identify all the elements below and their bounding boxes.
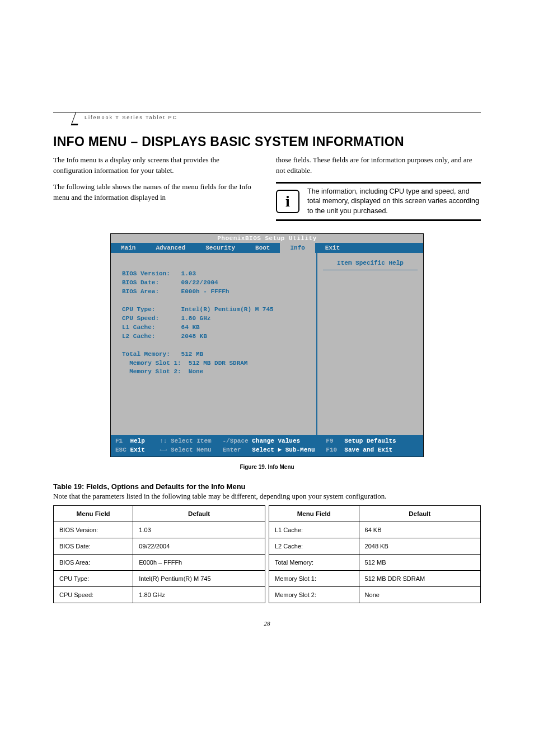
col-default: Default bbox=[133, 505, 265, 522]
header-rule: LifeBook T Series Tablet PC bbox=[53, 112, 481, 123]
col-menu-field: Menu Field bbox=[54, 505, 133, 522]
cell-default: 1.03 bbox=[133, 522, 265, 538]
note-box: i The information, including CPU type an… bbox=[276, 182, 481, 222]
cell-default: 64 KB bbox=[359, 522, 480, 538]
bios-help-panel: Item Specific Help bbox=[317, 253, 423, 435]
cell-menu-field: Total Memory: bbox=[269, 554, 359, 570]
table-row: BIOS Date:09/22/2004 bbox=[54, 538, 265, 554]
table-row: Memory Slot 2:None bbox=[269, 586, 481, 603]
table-row: CPU Speed:1.80 GHz bbox=[54, 586, 265, 603]
bios-tab-boot: Boot bbox=[245, 243, 280, 253]
bios-field-panel: BIOS Version: 1.03 BIOS Date: 09/22/2004… bbox=[111, 253, 317, 435]
header-bracket-icon bbox=[71, 112, 83, 125]
table-row: CPU Type:Intel(R) Pentium(R) M 745 bbox=[54, 570, 265, 586]
table-row: L2 Cache:2048 KB bbox=[269, 538, 481, 554]
intro-columns: The Info menu is a display only screens … bbox=[53, 155, 481, 221]
table-header-row: Menu Field Default bbox=[269, 505, 481, 522]
cell-menu-field: Memory Slot 2: bbox=[269, 586, 359, 603]
col-menu-field: Menu Field bbox=[269, 505, 359, 522]
cell-default: None bbox=[359, 586, 480, 603]
intro-paragraph-1: The Info menu is a display only screens … bbox=[53, 155, 258, 176]
bios-footer-keys: F1 Help ↑↓ Select Item -/Space Change Va… bbox=[111, 435, 423, 457]
bios-tab-advanced: Advanced bbox=[146, 243, 195, 253]
intro-right-col: those fields. These fields are for infor… bbox=[276, 155, 481, 221]
cell-default: 512 MB DDR SDRAM bbox=[359, 570, 480, 586]
cell-default: 512 MB bbox=[359, 554, 480, 570]
table-title: Table 19: Fields, Options and Defaults f… bbox=[53, 482, 481, 491]
table-row: BIOS Version:1.03 bbox=[54, 522, 265, 538]
intro-paragraph-3: those fields. These fields are for infor… bbox=[276, 155, 481, 176]
figure-caption: Figure 19. Info Menu bbox=[110, 464, 424, 470]
cell-default: 09/22/2004 bbox=[133, 538, 265, 554]
cell-menu-field: Memory Slot 1: bbox=[269, 570, 359, 586]
defaults-table-right: Menu Field Default L1 Cache:64 KBL2 Cach… bbox=[269, 505, 481, 603]
cell-menu-field: CPU Speed: bbox=[54, 586, 133, 603]
page-number: 28 bbox=[53, 620, 481, 627]
cell-menu-field: BIOS Date: bbox=[54, 538, 133, 554]
col-default: Default bbox=[359, 505, 480, 522]
note-text: The information, including CPU type and … bbox=[307, 187, 481, 217]
defaults-table-left: Menu Field Default BIOS Version:1.03BIOS… bbox=[53, 505, 265, 603]
cell-menu-field: L1 Cache: bbox=[269, 522, 359, 538]
header-product-line: LifeBook T Series Tablet PC bbox=[85, 115, 177, 120]
intro-left-col: The Info menu is a display only screens … bbox=[53, 155, 258, 221]
bios-tab-info: Info bbox=[280, 243, 315, 253]
table-note: Note that the parameters listed in the f… bbox=[53, 492, 481, 501]
cell-default: 1.80 GHz bbox=[133, 586, 265, 603]
bios-body: BIOS Version: 1.03 BIOS Date: 09/22/2004… bbox=[111, 253, 423, 435]
cell-default: 2048 KB bbox=[359, 538, 480, 554]
document-page: LifeBook T Series Tablet PC INFO MENU – … bbox=[0, 0, 534, 655]
cell-default: Intel(R) Pentium(R) M 745 bbox=[133, 570, 265, 586]
bios-title-bar: PhoenixBIOS Setup Utility bbox=[111, 234, 423, 243]
cell-menu-field: CPU Type: bbox=[54, 570, 133, 586]
table-row: BIOS Area:E000h – FFFFh bbox=[54, 554, 265, 570]
info-icon: i bbox=[276, 190, 299, 213]
page-title: INFO MENU – DISPLAYS BASIC SYSTEM INFORM… bbox=[53, 134, 481, 149]
cell-default: E000h – FFFFh bbox=[133, 554, 265, 570]
bios-window: PhoenixBIOS Setup Utility Main Advanced … bbox=[110, 233, 424, 457]
table-row: L1 Cache:64 KB bbox=[269, 522, 481, 538]
bios-help-title: Item Specific Help bbox=[323, 260, 418, 270]
intro-paragraph-2: The following table shows the names of t… bbox=[53, 182, 258, 203]
cell-menu-field: BIOS Version: bbox=[54, 522, 133, 538]
bios-tab-security: Security bbox=[195, 243, 245, 253]
bios-screenshot: PhoenixBIOS Setup Utility Main Advanced … bbox=[110, 233, 424, 470]
cell-menu-field: L2 Cache: bbox=[269, 538, 359, 554]
table-row: Total Memory:512 MB bbox=[269, 554, 481, 570]
defaults-table-wrap: Menu Field Default BIOS Version:1.03BIOS… bbox=[53, 505, 481, 603]
cell-menu-field: BIOS Area: bbox=[54, 554, 133, 570]
bios-tab-bar: Main Advanced Security Boot Info Exit bbox=[111, 243, 423, 253]
bios-tab-main: Main bbox=[111, 243, 146, 253]
bios-tab-exit: Exit bbox=[315, 243, 350, 253]
table-row: Memory Slot 1:512 MB DDR SDRAM bbox=[269, 570, 481, 586]
table-header-row: Menu Field Default bbox=[54, 505, 265, 522]
